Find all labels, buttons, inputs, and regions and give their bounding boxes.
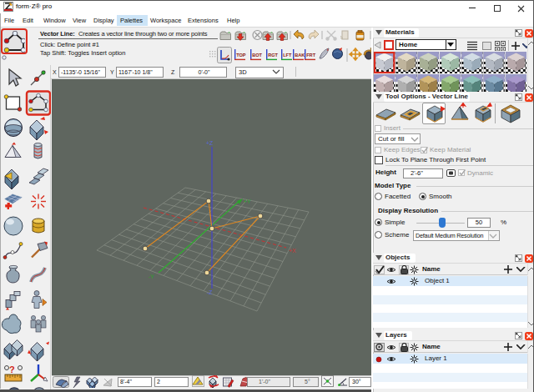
svg-text:RGT: RGT: [268, 53, 278, 58]
svg-text:FRT: FRT: [306, 53, 315, 58]
svg-text:+Y: +Y: [244, 199, 251, 204]
svg-text:TOP: TOP: [236, 53, 246, 58]
svg-text:-Y: -Y: [149, 274, 154, 279]
svg-text:-Z: -Z: [207, 289, 213, 295]
svg-text:LFT: LFT: [283, 53, 292, 58]
svg-text:BOT: BOT: [252, 53, 262, 58]
svg-text:?: ?: [9, 364, 15, 374]
svg-text:BAK: BAK: [295, 53, 305, 58]
svg-text:+X: +X: [289, 248, 296, 254]
svg-text:+Z: +Z: [206, 140, 214, 146]
